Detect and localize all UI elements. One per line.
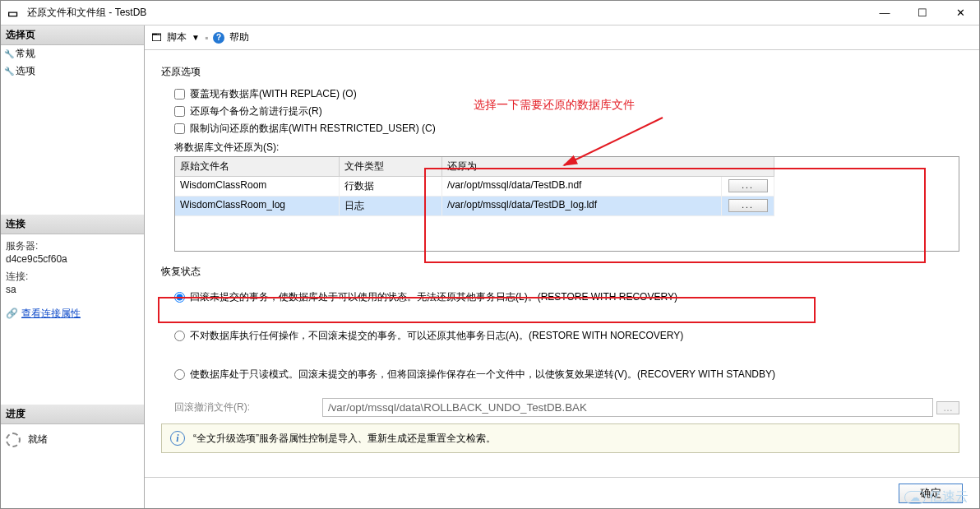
annotation-text: 选择一下需要还原的数据库文件 <box>474 98 635 113</box>
rollback-file-label: 回滚撤消文件(R): <box>174 400 322 414</box>
minimize-button[interactable]: — <box>866 1 904 25</box>
sidebar-pages-header: 选择页 <box>1 25 144 45</box>
progress-idle-icon <box>6 433 21 447</box>
window-title: 还原文件和文件组 - TestDB <box>24 6 866 20</box>
progress-status: 就绪 <box>28 433 48 445</box>
connection-value: sa <box>6 284 139 295</box>
info-text: “全文升级选项”服务器属性控制是导入、重新生成还是重置全文检索。 <box>193 432 496 446</box>
dialog-footer: 确定 <box>145 477 979 508</box>
sidebar-page-label: 选项 <box>16 65 35 76</box>
sidebar-page-options[interactable]: 🔧选项 <box>1 62 144 80</box>
wrench-icon: 🔧 <box>4 67 14 76</box>
norecovery-radio[interactable] <box>174 331 185 341</box>
info-icon: i <box>170 431 185 446</box>
maximize-button[interactable]: ☐ <box>904 1 941 25</box>
prompt-checkbox[interactable] <box>174 106 185 117</box>
col-original-filename[interactable]: 原始文件名 <box>175 157 340 177</box>
annotation-box <box>424 168 926 263</box>
recovery-state-title: 恢复状态 <box>161 265 959 279</box>
server-label: 服务器: <box>6 239 139 253</box>
help-icon: ? <box>213 32 224 44</box>
restore-options-title: 还原选项 <box>161 65 959 79</box>
ok-button[interactable]: 确定 <box>899 484 963 503</box>
toolbar: 🗔 脚本 ▼ ▪ ? 帮助 <box>145 25 979 50</box>
overwrite-checkbox[interactable] <box>174 89 185 99</box>
script-dropdown-icon[interactable]: ▼ <box>192 33 200 42</box>
svg-line-0 <box>564 118 663 165</box>
restrict-checkbox[interactable] <box>174 123 185 134</box>
table-cell[interactable]: WisdomClassRoom_log <box>175 197 340 216</box>
rollback-file-input <box>322 398 933 417</box>
close-button[interactable]: ✕ <box>941 1 979 25</box>
standby-radio[interactable] <box>174 369 185 380</box>
standby-label: 使数据库处于只读模式。回滚未提交的事务，但将回滚操作保存在一个文件中，以使恢复效… <box>190 368 775 380</box>
restrict-label: 限制访问还原的数据库(WITH RESTRICTED_USER) (C) <box>190 123 436 134</box>
info-box: i “全文升级选项”服务器属性控制是导入、重新生成还是重置全文检索。 <box>161 423 959 453</box>
wrench-icon: 🔧 <box>4 49 14 58</box>
table-cell[interactable]: WisdomClassRoom <box>175 177 340 197</box>
help-button[interactable]: 帮助 <box>229 30 249 44</box>
prompt-label: 还原每个备份之前进行提示(R) <box>190 105 322 117</box>
sidebar-page-label: 常规 <box>16 48 35 59</box>
link-icon: 🔗 <box>6 308 18 319</box>
annotation-box <box>158 297 816 323</box>
sidebar-connection-header: 连接 <box>1 215 144 234</box>
title-bar: ▭ 还原文件和文件组 - TestDB — ☐ ✕ <box>1 1 979 25</box>
script-button[interactable]: 脚本 <box>167 30 187 44</box>
script-icon: 🗔 <box>151 31 162 44</box>
connection-label: 连接: <box>6 270 139 284</box>
overwrite-label: 覆盖现有数据库(WITH REPLACE) (O) <box>190 88 357 99</box>
norecovery-label: 不对数据库执行任何操作，不回滚未提交的事务。可以还原其他事务日志(A)。(RES… <box>190 330 683 341</box>
sidebar-progress-header: 进度 <box>1 405 144 424</box>
app-icon: ▭ <box>1 7 24 20</box>
rollback-browse-button: … <box>936 401 959 414</box>
view-connection-properties-link[interactable]: 查看连接属性 <box>21 308 81 319</box>
server-value: d4ce9c5cf60a <box>6 253 139 265</box>
sidebar: 选择页 🔧常规 🔧选项 连接 服务器: d4ce9c5cf60a 连接: sa … <box>1 25 145 508</box>
annotation-arrow-icon <box>539 114 679 172</box>
sidebar-page-general[interactable]: 🔧常规 <box>1 45 144 62</box>
